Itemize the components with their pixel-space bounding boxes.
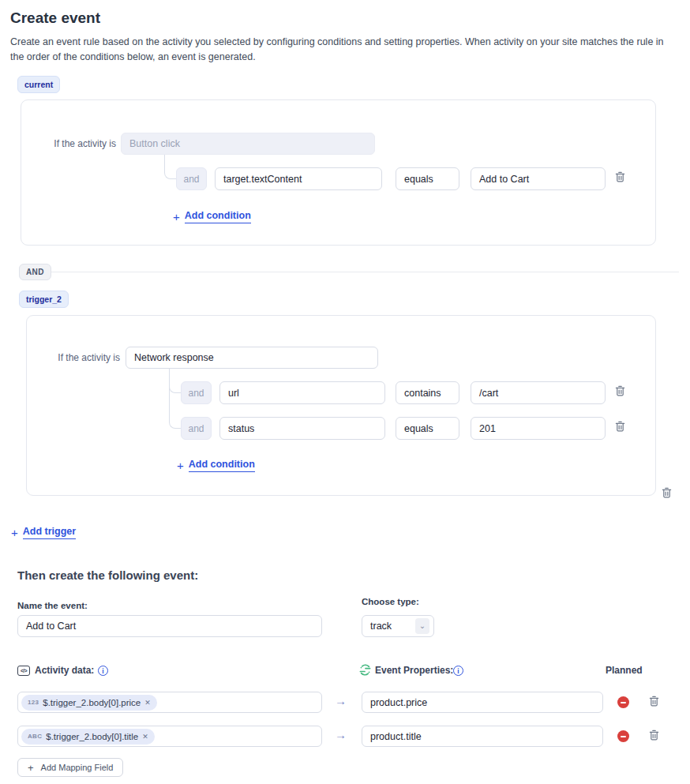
activity-type-input[interactable]: Network response	[126, 347, 378, 369]
plus-icon: +	[177, 460, 184, 471]
condition-field-input[interactable]: target.textContent	[215, 167, 382, 190]
mapping-target-input[interactable]: product.title	[362, 726, 603, 747]
delete-mapping-button[interactable]	[649, 730, 659, 741]
condition-value-input[interactable]: 201	[471, 417, 606, 440]
not-planned-icon[interactable]	[617, 696, 629, 708]
add-condition-link[interactable]: + Add condition	[177, 459, 255, 472]
mapping-source-input[interactable]: 123 $.trigger_2.body[0].price ✕	[17, 692, 322, 713]
remove-chip-icon[interactable]: ✕	[144, 699, 151, 707]
add-trigger-link[interactable]: + Add trigger	[11, 526, 76, 539]
add-mapping-field-label: Add Mapping Field	[41, 763, 114, 772]
code-icon: </>	[17, 666, 30, 676]
trash-icon	[615, 385, 625, 396]
condition-operator-select[interactable]: contains	[396, 381, 459, 404]
trash-icon	[649, 730, 659, 741]
segment-icon	[359, 664, 371, 676]
remove-chip-icon[interactable]: ✕	[142, 733, 148, 741]
activity-label: If the activity is	[49, 138, 116, 149]
trash-icon	[662, 487, 672, 498]
not-planned-icon[interactable]	[617, 730, 629, 742]
trash-icon	[649, 696, 659, 707]
trash-icon	[615, 171, 625, 182]
plus-icon: +	[11, 527, 18, 538]
add-condition-link[interactable]: + Add condition	[173, 210, 251, 223]
type-prefix-string: ABC	[28, 733, 42, 740]
event-name-input[interactable]: Add to Cart	[17, 615, 322, 637]
page-description: Create an event rule based on the activi…	[10, 35, 680, 66]
source-path: $.trigger_2.body[0].title	[46, 732, 138, 741]
type-prefix-number: 123	[28, 699, 39, 706]
event-section-heading: Then create the following event:	[17, 568, 198, 582]
add-trigger-label: Add trigger	[23, 526, 76, 539]
add-condition-label: Add condition	[189, 459, 255, 472]
activity-data-header: Activity data:	[35, 665, 94, 676]
condition-connector-line	[164, 155, 177, 179]
create-event-page: Create event Create an event rule based …	[0, 0, 690, 784]
activity-type-input[interactable]: Button click	[121, 133, 375, 155]
condition-connector-chip: and	[176, 167, 207, 190]
source-path: $.trigger_2.body[0].price	[43, 698, 141, 707]
event-name-label: Name the event:	[17, 601, 88, 610]
plus-icon: +	[28, 762, 34, 774]
condition-connector-line	[169, 369, 181, 429]
and-divider-chip: AND	[19, 264, 51, 280]
info-icon[interactable]: i	[98, 666, 108, 676]
arrow-right-icon: →	[335, 729, 347, 741]
condition-connector-chip: and	[181, 381, 212, 404]
planned-header: Planned	[606, 665, 643, 676]
trigger-badge-trigger-2: trigger_2	[19, 291, 69, 308]
trigger-card-1: If the activity is Button click and targ…	[21, 99, 656, 246]
delete-condition-button[interactable]	[615, 171, 625, 182]
trash-icon	[615, 421, 625, 432]
arrow-right-icon: →	[335, 695, 347, 707]
mapping-source-chip: 123 $.trigger_2.body[0].price ✕	[21, 695, 157, 711]
delete-condition-button[interactable]	[615, 421, 625, 432]
condition-operator-select[interactable]: equals	[396, 167, 459, 190]
event-properties-header: Event Properties:	[375, 665, 453, 676]
info-icon[interactable]: i	[453, 666, 463, 676]
event-type-select[interactable]: track ⌄	[362, 615, 434, 637]
mapping-source-input[interactable]: ABC $.trigger_2.body[0].title ✕	[17, 726, 322, 747]
condition-field-input[interactable]: url	[219, 381, 385, 404]
chevron-down-icon: ⌄	[415, 618, 429, 634]
condition-connector-chip: and	[181, 417, 212, 440]
add-condition-label: Add condition	[185, 210, 251, 223]
page-title: Create event	[10, 9, 100, 27]
condition-operator-select[interactable]: equals	[396, 417, 459, 440]
condition-value-input[interactable]: /cart	[471, 381, 606, 404]
mapping-source-chip: ABC $.trigger_2.body[0].title ✕	[21, 729, 155, 745]
delete-mapping-button[interactable]	[649, 696, 659, 707]
condition-field-input[interactable]: status	[219, 417, 385, 440]
event-type-value: track	[370, 621, 392, 632]
condition-value-input[interactable]: Add to Cart	[471, 167, 606, 190]
delete-condition-button[interactable]	[615, 385, 625, 396]
trigger-badge-current: current	[17, 76, 60, 93]
activity-label: If the activity is	[53, 352, 120, 363]
delete-trigger-button[interactable]	[662, 487, 672, 498]
and-divider-line	[49, 272, 679, 272]
trigger-card-2: If the activity is Network response and …	[26, 315, 656, 496]
mapping-target-input[interactable]: product.price	[362, 692, 603, 713]
add-mapping-field-button[interactable]: + Add Mapping Field	[17, 758, 123, 777]
plus-icon: +	[173, 211, 180, 223]
event-type-label: Choose type:	[362, 597, 419, 606]
